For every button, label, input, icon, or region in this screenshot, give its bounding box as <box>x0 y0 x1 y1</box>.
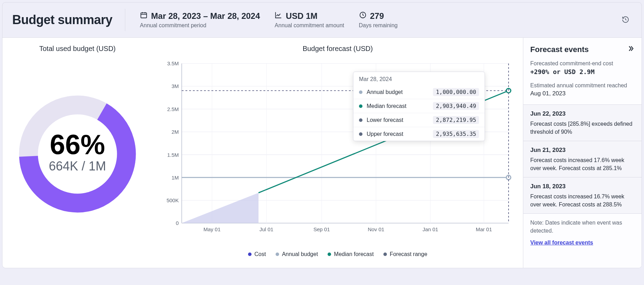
xtick-mar: Mar 01 <box>476 227 492 232</box>
events-summary: Forecasted commitment-end cost +290% or … <box>523 59 642 104</box>
forecast-title: Budget forecast (USD) <box>159 38 516 56</box>
summary-cost-value: +290% or USD 2.9M <box>530 67 635 76</box>
legend-dot-icon <box>383 253 387 256</box>
xtick-may: May 01 <box>203 227 220 232</box>
ytick-500k: 500K <box>167 198 179 204</box>
donut-subtext: 664K / 1M <box>49 159 106 173</box>
xtick-nov: Nov 01 <box>368 227 384 232</box>
events-note: Note: Dates indicate when event was dete… <box>530 219 635 235</box>
clock-icon <box>359 11 367 21</box>
view-all-events-link[interactable]: View all forecast events <box>530 235 593 247</box>
tooltip-dot-icon <box>359 118 362 122</box>
tooltip-row-label: Median forecast <box>367 103 429 109</box>
metric-amount: USD 1M Annual commitment amount <box>275 11 344 29</box>
tooltip-row: Lower forecast2,872,219.95 <box>353 113 485 127</box>
svg-rect-0 <box>141 13 147 18</box>
tooltip-row-value: 2,872,219.95 <box>433 116 479 124</box>
xtick-jan: Jan 01 <box>422 227 438 232</box>
tooltip-row: Median forecast2,903,940.49 <box>353 99 485 113</box>
summary-reached-value: Aug 01, 2023 <box>530 89 635 98</box>
tooltip-row-label: Upper forecast <box>367 131 429 137</box>
metric-period: Mar 28, 2023 – Mar 28, 2024 Annual commi… <box>140 11 260 29</box>
events-title: Forecast events <box>530 45 589 54</box>
legend-dot-icon <box>248 253 252 256</box>
tooltip-row: Upper forecast2,935,635.35 <box>353 127 485 141</box>
chart-legend: CostAnnual budgetMedian forecastForecast… <box>159 245 516 257</box>
event-item-date: Jun 21, 2023 <box>530 146 635 155</box>
metric-period-value: Mar 28, 2023 – Mar 28, 2024 <box>151 11 260 21</box>
legend-label: Median forecast <box>334 251 374 257</box>
metric-amount-value: USD 1M <box>286 11 317 21</box>
tooltip-dot-icon <box>359 132 362 136</box>
page-title: Budget summary <box>12 9 125 31</box>
event-item-text: Forecast costs increased 17.6% week over… <box>530 156 635 172</box>
summary-reached-label: Estimated annual commitment reached <box>530 81 635 89</box>
metric-days-label: Days remaining <box>359 22 398 29</box>
chart-line-icon <box>275 11 282 21</box>
calendar-icon <box>140 11 148 21</box>
event-item-text: Forecast costs [285.8%] exceeds defined … <box>530 120 635 136</box>
legend-label: Forecast range <box>390 251 427 257</box>
legend-label: Annual budget <box>282 251 318 257</box>
ytick-0: 0 <box>176 220 179 226</box>
tooltip-row-value: 1,000,000.00 <box>433 88 479 96</box>
ytick-1_5m: 1.5M <box>167 152 179 158</box>
legend-item[interactable]: Cost <box>248 251 266 257</box>
donut-chart: 66% 664K / 1M <box>15 91 140 217</box>
tooltip-dot-icon <box>359 104 362 108</box>
history-button[interactable] <box>619 14 632 26</box>
events-footer: Note: Dates indicate when event was dete… <box>523 213 642 251</box>
tooltip-row-value: 2,903,940.49 <box>433 102 479 110</box>
tooltip-row-label: Annual budget <box>367 89 429 95</box>
legend-label: Cost <box>254 251 266 257</box>
chart-tooltip: Mar 28, 2024 Annual budget1,000,000.00Me… <box>353 72 485 141</box>
xtick-jul: Jul 01 <box>260 227 274 232</box>
event-item-date: Jun 22, 2023 <box>530 110 635 118</box>
legend-dot-icon <box>276 253 279 256</box>
ytick-3_5m: 3.5M <box>167 61 179 66</box>
event-item[interactable]: Jun 22, 2023Forecast costs [285.8%] exce… <box>523 104 642 141</box>
legend-item[interactable]: Median forecast <box>328 251 374 257</box>
forecast-panel: Budget forecast (USD) 3.5M 3M 2.5M <box>152 38 523 268</box>
tooltip-dot-icon <box>359 90 362 94</box>
history-icon <box>622 16 629 24</box>
expand-events-button[interactable] <box>627 45 635 54</box>
event-item[interactable]: Jun 18, 2023Forecast costs increased 16.… <box>523 177 642 213</box>
event-item-date: Jun 18, 2023 <box>530 182 635 191</box>
ytick-3m: 3M <box>172 84 179 89</box>
metric-days: 279 Days remaining <box>359 11 398 29</box>
metric-period-label: Annual commitment period <box>140 22 260 29</box>
metric-days-value: 279 <box>370 11 384 21</box>
donut-title: Total used budget (USD) <box>2 38 152 56</box>
chevrons-right-icon <box>627 45 635 52</box>
ytick-2_5m: 2.5M <box>167 107 179 112</box>
tooltip-date: Mar 28, 2024 <box>353 72 485 85</box>
summary-header: Budget summary Mar 28, 2023 – Mar 28, 20… <box>2 2 642 38</box>
legend-item[interactable]: Annual budget <box>276 251 318 257</box>
tooltip-row-label: Lower forecast <box>367 117 429 123</box>
metric-amount-label: Annual commitment amount <box>275 22 344 29</box>
xtick-sep: Sep 01 <box>313 227 330 232</box>
legend-dot-icon <box>328 253 331 256</box>
forecast-events-panel: Forecast events Forecasted commitment-en… <box>523 38 642 268</box>
summary-cost-label: Forecasted commitment-end cost <box>530 59 635 67</box>
donut-panel: Total used budget (USD) 66% 664K / 1M <box>2 38 152 268</box>
tooltip-row: Annual budget1,000,000.00 <box>353 85 485 99</box>
legend-item[interactable]: Forecast range <box>383 251 427 257</box>
event-item-text: Forecast costs increased 16.7% week over… <box>530 192 635 209</box>
donut-percent: 66% <box>50 129 105 160</box>
series-cost-area <box>182 193 259 223</box>
tooltip-row-value: 2,935,635.35 <box>433 130 479 138</box>
event-item[interactable]: Jun 21, 2023Forecast costs increased 17.… <box>523 141 642 177</box>
ytick-2m: 2M <box>172 129 179 135</box>
ytick-1m: 1M <box>172 175 179 181</box>
